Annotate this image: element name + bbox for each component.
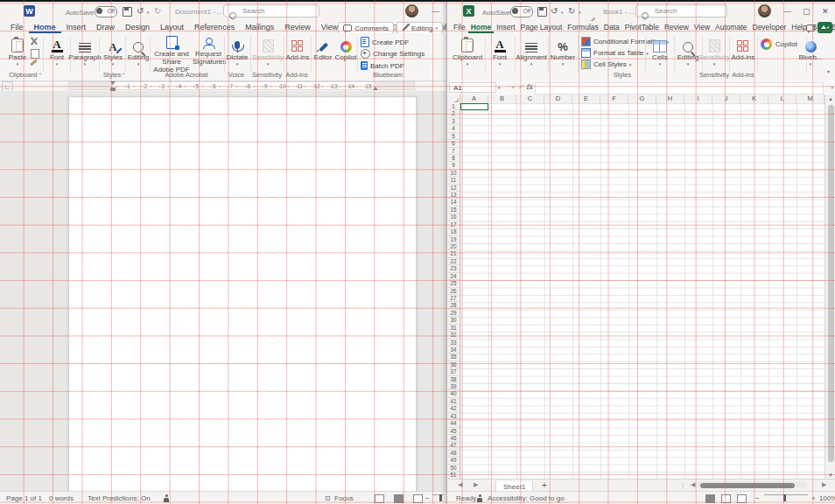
page-indicator[interactable]: Page 1 of 1	[6, 494, 42, 502]
row-header[interactable]: 48	[447, 450, 460, 457]
minimize-button[interactable]: —	[432, 7, 439, 16]
styles-dialog-launcher[interactable]: ⌐	[122, 72, 125, 77]
editing-mode-button[interactable]: Editing ▾	[396, 22, 443, 34]
row-header[interactable]: 20	[447, 243, 460, 250]
row-header[interactable]: 34	[447, 346, 460, 354]
row-header[interactable]: 32	[447, 332, 460, 339]
ribbon-tab[interactable]: Draw	[91, 22, 120, 33]
row-header[interactable]: 46	[447, 435, 460, 442]
row-header[interactable]: 2	[447, 110, 460, 117]
row-header[interactable]: 21	[447, 250, 460, 257]
ribbon-tab[interactable]: Mailings	[240, 22, 279, 33]
row-header[interactable]: 50	[447, 465, 460, 472]
fx-icon[interactable]: fx	[526, 83, 532, 91]
redo-icon[interactable]: ↻	[568, 6, 575, 16]
sheet-prev-icon[interactable]: ◀	[458, 481, 462, 488]
row-header[interactable]: 38	[447, 376, 460, 383]
comments-button[interactable]: Comments	[338, 22, 394, 34]
bluebeam-create-pdf-button[interactable]: Create PDF	[361, 37, 409, 47]
dictate-button[interactable]: Dictate ▾	[226, 35, 249, 66]
horizontal-ruler[interactable]: 123456789101112131415	[68, 81, 415, 90]
row-header[interactable]: 4	[447, 125, 460, 132]
autosave-toggle[interactable]: Off	[510, 6, 533, 18]
formula-input[interactable]	[535, 82, 824, 94]
vscroll-thumb[interactable]	[828, 105, 834, 462]
row-header[interactable]: 24	[447, 273, 460, 280]
row-header[interactable]: 30	[447, 317, 460, 324]
row-header[interactable]: 39	[447, 383, 460, 390]
row-header[interactable]: 44	[447, 420, 460, 427]
ribbon-tab[interactable]: Layout	[155, 22, 189, 33]
row-header[interactable]: 12	[447, 185, 460, 192]
ribbon-tab[interactable]: Data	[601, 22, 622, 33]
redo-caret-icon[interactable]: ▾	[579, 10, 581, 15]
row-header[interactable]: 7	[447, 148, 460, 155]
row-header[interactable]: 18	[447, 228, 460, 235]
formulabar-expand-icon[interactable]: ▾	[831, 85, 833, 90]
row-header[interactable]: 26	[447, 288, 460, 295]
editing-group-button[interactable]: Editing ▾	[128, 35, 149, 66]
undo-caret-icon[interactable]: ▾	[147, 10, 150, 15]
copy-icon[interactable]	[31, 49, 39, 59]
row-header[interactable]: 5	[447, 133, 460, 140]
save-icon[interactable]	[123, 7, 132, 17]
left-indent-marker[interactable]	[110, 81, 116, 91]
row-header[interactable]: 1	[447, 103, 460, 110]
zoom-out-button[interactable]: −	[425, 494, 430, 502]
select-all-corner[interactable]	[447, 94, 460, 103]
column-header[interactable]: A	[460, 94, 488, 103]
text-predictions[interactable]: Text Predictions: On	[88, 494, 151, 502]
column-header[interactable]: B	[488, 94, 516, 103]
row-header[interactable]: 47	[447, 442, 460, 449]
column-header[interactable]: D	[544, 94, 572, 103]
row-header[interactable]: 43	[447, 413, 460, 420]
ribbon-tab[interactable]: Insert	[61, 22, 92, 33]
create-share-pdf-button[interactable]: Create and Share Adobe PDF	[152, 35, 191, 74]
sheet-next-icon[interactable]: ▶	[474, 481, 478, 488]
undo-icon[interactable]: ↺	[137, 6, 144, 16]
row-header[interactable]: 49	[447, 457, 460, 464]
ribbon-tab[interactable]: Insert	[494, 22, 517, 33]
excel-app-icon[interactable]: X	[463, 5, 474, 17]
bluebeam-button[interactable]: Blueb... ▾	[796, 35, 825, 66]
number-group-button[interactable]: % Number ▾	[551, 35, 575, 66]
row-header[interactable]: 42	[447, 405, 460, 412]
ribbon-tab[interactable]: File	[451, 22, 468, 33]
horizontal-scrollbar[interactable]	[697, 481, 806, 487]
focus-icon[interactable]: ⊡	[325, 494, 331, 502]
addins-button[interactable]: Add-ins	[285, 35, 310, 61]
word-app-icon[interactable]: W	[24, 5, 35, 17]
ribbon-tab[interactable]: Formulas	[565, 22, 600, 33]
scroll-down-icon[interactable]: ▼	[828, 472, 833, 478]
row-header[interactable]: 9	[447, 162, 460, 169]
column-header[interactable]: L	[768, 94, 796, 103]
row-header[interactable]: 36	[447, 361, 460, 368]
ribbon-tab[interactable]: Automate	[712, 22, 749, 33]
row-header[interactable]: 28	[447, 302, 460, 309]
print-layout-icon[interactable]	[394, 494, 403, 503]
row-header[interactable]: 19	[447, 236, 460, 243]
page-break-view-icon[interactable]	[737, 494, 747, 503]
hscroll-left-icon[interactable]: ◀	[691, 481, 695, 488]
font-group-button[interactable]: A Font ▾	[46, 35, 68, 66]
clipboard-group-button[interactable]: Clipboard ▾	[454, 35, 481, 66]
format-painter-icon[interactable]	[30, 59, 38, 66]
column-header[interactable]: I	[684, 94, 712, 103]
zoom-slider[interactable]	[764, 494, 808, 495]
comments-icon[interactable]	[806, 24, 815, 32]
row-header[interactable]: 14	[447, 199, 460, 206]
spreadsheet-grid[interactable]	[460, 103, 824, 480]
ribbon-tab[interactable]: File	[5, 22, 29, 33]
vertical-scrollbar[interactable]: ▲ ▼	[824, 94, 835, 480]
save-icon[interactable]	[537, 7, 547, 17]
ribbon-tab[interactable]: Page Layout	[518, 22, 565, 33]
editing-group-button[interactable]: Editing ▾	[677, 35, 699, 66]
ribbon-tab[interactable]: Home	[468, 22, 495, 33]
minimize-button[interactable]: —	[783, 7, 791, 16]
ribbon-tab[interactable]: Design	[120, 22, 155, 33]
close-button[interactable]: ✕	[822, 7, 829, 16]
paragraph-group-button[interactable]: Paragraph ▾	[73, 35, 97, 66]
read-mode-icon[interactable]	[375, 494, 384, 503]
zoom-slider[interactable]	[432, 494, 444, 495]
ribbon-tab[interactable]: PivotTable	[622, 22, 662, 33]
